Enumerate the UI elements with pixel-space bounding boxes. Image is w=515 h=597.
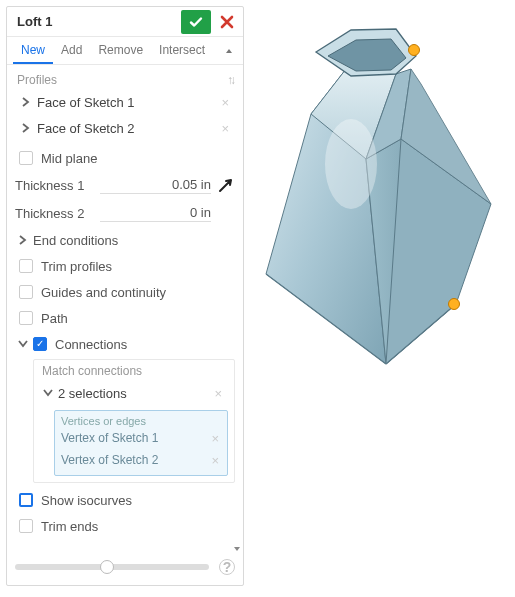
match-connections-label: Match connections: [40, 364, 228, 380]
mid-plane-label: Mid plane: [41, 151, 97, 166]
profile-item-1[interactable]: Face of Sketch 1 ×: [15, 89, 235, 115]
close-icon: [220, 15, 234, 29]
check-icon: [188, 14, 204, 30]
opacity-slider-row: ?: [15, 557, 235, 577]
panel-footer: ?: [7, 551, 243, 585]
svg-marker-2: [386, 139, 491, 364]
mid-plane-checkbox[interactable]: [19, 151, 33, 165]
tabs-row: New Add Remove Intersect: [7, 37, 243, 65]
path-row[interactable]: Path: [15, 305, 235, 331]
opacity-slider[interactable]: [15, 564, 209, 570]
thickness-1-input[interactable]: 0.05 in: [100, 177, 211, 194]
connections-row[interactable]: Connections: [15, 331, 235, 357]
selections-label: 2 selections: [58, 386, 127, 401]
profiles-label: Profiles ↑↓: [15, 69, 235, 89]
end-conditions-label: End conditions: [33, 233, 118, 248]
mid-plane-row[interactable]: Mid plane: [15, 145, 235, 171]
vertex-1-label: Vertex of Sketch 1: [61, 431, 158, 445]
trim-profiles-label: Trim profiles: [41, 259, 112, 274]
thickness-1-row: Thickness 1 0.05 in: [15, 171, 235, 199]
connection-handle-top[interactable]: [408, 44, 420, 56]
remove-vertex-2[interactable]: ×: [207, 453, 223, 468]
profile-2-label: Face of Sketch 2: [37, 121, 135, 136]
vertex-item-1[interactable]: Vertex of Sketch 1 ×: [59, 427, 223, 449]
chevron-down-icon: [40, 389, 56, 397]
guides-label: Guides and continuity: [41, 285, 166, 300]
connection-handle-bottom[interactable]: [448, 298, 460, 310]
chevron-down-icon: [15, 340, 31, 348]
vertices-label: Vertices or edges: [59, 413, 223, 427]
profile-item-2[interactable]: Face of Sketch 2 ×: [15, 115, 235, 141]
tab-new[interactable]: New: [13, 37, 53, 64]
accept-button[interactable]: [181, 10, 211, 34]
feature-title[interactable]: Loft 1: [7, 14, 181, 29]
vertex-2-label: Vertex of Sketch 2: [61, 453, 158, 467]
trim-ends-label: Trim ends: [41, 519, 98, 534]
svg-point-10: [325, 119, 377, 209]
tab-intersect[interactable]: Intersect: [151, 37, 213, 64]
trim-ends-checkbox[interactable]: [19, 519, 33, 533]
thickness-1-label: Thickness 1: [15, 178, 100, 193]
slider-thumb[interactable]: [100, 560, 114, 574]
end-conditions-row[interactable]: End conditions: [15, 227, 235, 253]
remove-profile-1[interactable]: ×: [217, 95, 233, 110]
show-isocurves-label: Show isocurves: [41, 493, 132, 508]
panel-content: Profiles ↑↓ Face of Sketch 1 × Face of S…: [7, 65, 243, 585]
chevron-right-icon: [21, 97, 31, 107]
title-row: Loft 1: [7, 7, 243, 37]
remove-vertex-1[interactable]: ×: [207, 431, 223, 446]
cancel-button[interactable]: [215, 10, 239, 34]
sort-icon[interactable]: ↑↓: [227, 73, 233, 87]
connections-label: Connections: [55, 337, 127, 352]
thickness-2-input[interactable]: 0 in: [100, 205, 211, 222]
thickness-direction-icon[interactable]: [217, 176, 235, 194]
selections-row[interactable]: 2 selections ×: [40, 380, 228, 406]
tab-remove[interactable]: Remove: [90, 37, 151, 64]
chevron-right-icon: [15, 235, 31, 245]
trim-profiles-row[interactable]: Trim profiles: [15, 253, 235, 279]
chevron-right-icon: [21, 123, 31, 133]
path-label: Path: [41, 311, 68, 326]
clear-selections[interactable]: ×: [210, 386, 226, 401]
guides-row[interactable]: Guides and continuity: [15, 279, 235, 305]
tabs-scroll-right[interactable]: [221, 47, 237, 55]
connections-nested: Match connections 2 selections × Vertice…: [33, 359, 235, 483]
remove-profile-2[interactable]: ×: [217, 121, 233, 136]
vertices-box: Vertices or edges Vertex of Sketch 1 × V…: [54, 410, 228, 476]
trim-profiles-checkbox[interactable]: [19, 259, 33, 273]
loft-preview: [256, 14, 506, 414]
connections-checkbox[interactable]: [33, 337, 47, 351]
vertex-item-2[interactable]: Vertex of Sketch 2 ×: [59, 449, 223, 471]
profile-1-label: Face of Sketch 1: [37, 95, 135, 110]
feature-panel: Loft 1 New Add Remove Intersect Profiles…: [6, 6, 244, 586]
thickness-2-label: Thickness 2: [15, 206, 100, 221]
help-button[interactable]: ?: [219, 559, 235, 575]
3d-viewport[interactable]: [256, 14, 506, 414]
profiles-label-text: Profiles: [17, 73, 57, 87]
show-isocurves-checkbox[interactable]: [19, 493, 33, 507]
trim-ends-row[interactable]: Trim ends: [15, 513, 235, 539]
thickness-2-row: Thickness 2 0 in: [15, 199, 235, 227]
path-checkbox[interactable]: [19, 311, 33, 325]
show-isocurves-row[interactable]: Show isocurves: [15, 487, 235, 513]
caret-up-icon: [225, 47, 233, 55]
guides-checkbox[interactable]: [19, 285, 33, 299]
tab-add[interactable]: Add: [53, 37, 90, 64]
